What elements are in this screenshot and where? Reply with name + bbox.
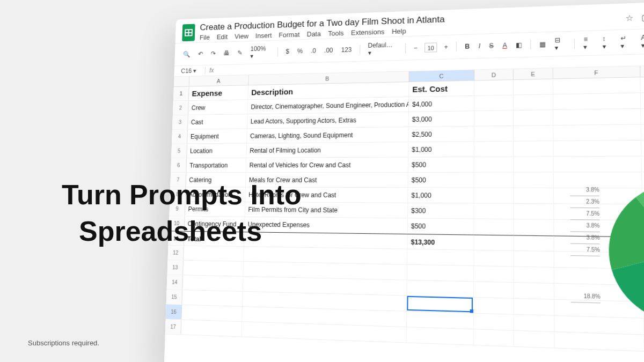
zoom-select[interactable]: 100% ▾: [248, 44, 272, 61]
cell[interactable]: [474, 126, 514, 141]
cell[interactable]: [181, 305, 243, 321]
menu-tools[interactable]: Tools: [328, 29, 344, 37]
cell[interactable]: [514, 94, 553, 110]
cell[interactable]: [514, 236, 554, 252]
move-icon[interactable]: ▢: [641, 12, 644, 23]
cell[interactable]: [554, 172, 642, 188]
sheets-logo-icon[interactable]: [182, 24, 195, 41]
cell[interactable]: [474, 219, 514, 234]
cell[interactable]: [642, 172, 644, 188]
menu-help[interactable]: Help: [392, 27, 406, 35]
cell[interactable]: [474, 188, 514, 203]
menu-extensions[interactable]: Extensions: [351, 28, 384, 37]
cell[interactable]: Crew: [188, 100, 248, 115]
cell[interactable]: Lead Actors, Supporting Actors, Extras: [247, 112, 409, 128]
cell[interactable]: [553, 141, 641, 156]
row-header[interactable]: 13: [167, 260, 184, 275]
fill-color-icon[interactable]: ◧: [514, 40, 524, 50]
cell[interactable]: [514, 173, 554, 188]
menu-format[interactable]: Format: [279, 31, 299, 39]
table-row[interactable]: 6TransportationRental of Vehicles for Cr…: [171, 156, 644, 173]
menu-data[interactable]: Data: [306, 30, 321, 38]
cell[interactable]: [514, 267, 554, 283]
cell[interactable]: Director, Cinematographer, Sound Enginee…: [248, 97, 409, 114]
cell[interactable]: [474, 250, 514, 267]
text-color-icon[interactable]: A: [501, 40, 509, 50]
cell[interactable]: $13,300: [407, 234, 474, 250]
col-header-c[interactable]: C: [409, 70, 474, 82]
cell[interactable]: [642, 188, 644, 204]
fontsize-increase-icon[interactable]: +: [443, 42, 450, 52]
row-header[interactable]: 1: [173, 87, 189, 101]
cell[interactable]: Rental of Vehicles for Crew and Cast: [246, 157, 408, 172]
cell[interactable]: [641, 140, 644, 156]
decimal-decrease-icon[interactable]: .0: [309, 46, 318, 56]
cell[interactable]: [474, 173, 514, 188]
cell[interactable]: [182, 275, 243, 291]
redo-icon[interactable]: ↷: [209, 49, 217, 58]
cell[interactable]: [554, 236, 643, 252]
cell[interactable]: [514, 125, 553, 141]
row-header[interactable]: 2: [173, 101, 189, 115]
cell[interactable]: [514, 315, 554, 331]
cell[interactable]: [474, 329, 514, 346]
borders-icon[interactable]: ▦: [538, 39, 547, 49]
italic-icon[interactable]: I: [477, 41, 482, 51]
cell[interactable]: [474, 95, 514, 111]
cell[interactable]: [641, 108, 644, 124]
cell[interactable]: [407, 280, 474, 297]
cell[interactable]: [514, 283, 554, 299]
cell[interactable]: [474, 266, 514, 282]
cell[interactable]: [474, 80, 514, 95]
menu-view[interactable]: View: [235, 32, 248, 40]
search-icon[interactable]: 🔍: [181, 50, 192, 59]
cell[interactable]: Est. Cost: [409, 81, 474, 97]
cell[interactable]: [474, 282, 514, 298]
font-select[interactable]: Defaul… ▾: [366, 40, 399, 57]
row-header[interactable]: 6: [171, 158, 187, 172]
row-header[interactable]: 4: [172, 129, 188, 143]
more-formats-icon[interactable]: 123: [340, 45, 354, 55]
cell[interactable]: [553, 124, 641, 141]
cell[interactable]: [554, 332, 644, 351]
cell[interactable]: Location: [187, 143, 247, 158]
cell[interactable]: [514, 219, 554, 235]
cell[interactable]: $300: [408, 203, 474, 219]
cell[interactable]: [474, 142, 514, 157]
row-header[interactable]: 17: [165, 319, 182, 334]
cell[interactable]: [183, 261, 244, 276]
cell[interactable]: Cast: [188, 114, 248, 129]
row-header[interactable]: 15: [166, 290, 182, 304]
cell[interactable]: [642, 156, 644, 172]
cell[interactable]: [553, 93, 641, 109]
cell[interactable]: [554, 188, 642, 204]
cell[interactable]: [514, 251, 554, 267]
cell[interactable]: $2,500: [408, 127, 474, 142]
cell[interactable]: $3,000: [409, 111, 474, 127]
undo-icon[interactable]: ↶: [196, 49, 204, 58]
cell[interactable]: Rental of Filming Location: [246, 142, 408, 158]
paint-format-icon[interactable]: ✎: [236, 48, 244, 58]
cell[interactable]: $500: [408, 157, 474, 172]
name-box[interactable]: C16 ▾: [181, 67, 206, 75]
fontsize-input[interactable]: 10: [425, 42, 437, 53]
col-header-e[interactable]: E: [514, 68, 553, 79]
cell[interactable]: [514, 157, 554, 172]
cell[interactable]: [554, 316, 644, 335]
col-header-a[interactable]: A: [189, 75, 249, 86]
cell[interactable]: Cameras, Lighting, Sound Equipment: [247, 127, 408, 143]
menu-edit[interactable]: Edit: [217, 33, 228, 41]
cell[interactable]: Expense: [189, 85, 248, 100]
cell[interactable]: [474, 157, 514, 172]
cell[interactable]: [640, 76, 644, 92]
cell[interactable]: [514, 188, 554, 204]
cell[interactable]: [554, 268, 643, 285]
print-icon[interactable]: 🖶: [222, 48, 231, 58]
cell[interactable]: $500: [408, 173, 474, 188]
select-all-corner[interactable]: [174, 77, 190, 87]
valign-icon[interactable]: ↕ ▾: [601, 34, 613, 52]
cell[interactable]: [553, 109, 641, 125]
cell[interactable]: [514, 79, 553, 95]
currency-icon[interactable]: $: [284, 47, 290, 56]
cell[interactable]: [474, 203, 514, 219]
